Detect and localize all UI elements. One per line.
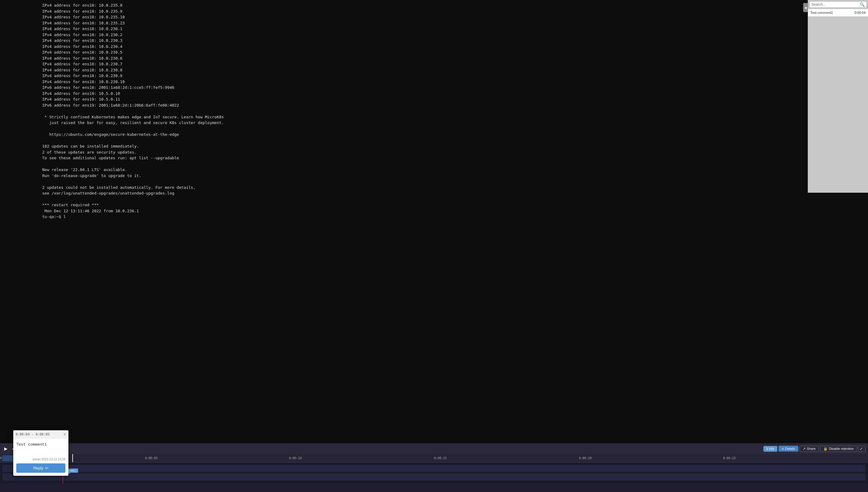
terminal-text: IPv4 address for ens18: 10.0.235.8 IPv4 … — [42, 2, 434, 220]
terminal-output: IPv4 address for ens18: 10.0.235.8 IPv4 … — [0, 0, 434, 246]
